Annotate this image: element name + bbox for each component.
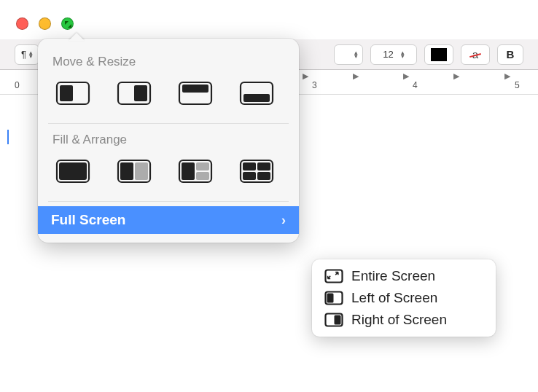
svg-rect-21 <box>257 172 270 180</box>
tile-bottom-button[interactable] <box>236 79 277 107</box>
entire-screen-icon <box>324 268 344 284</box>
svg-rect-20 <box>243 172 256 180</box>
separator <box>48 201 289 202</box>
minimize-window-button[interactable] <box>39 17 51 30</box>
window-tile-popover: Move & Resize Fill & Arrange Full Scr <box>38 39 299 243</box>
ruler-number: 4 <box>413 80 418 90</box>
color-swatch-icon <box>431 48 447 61</box>
svg-rect-1 <box>60 85 73 101</box>
full-screen-label: Full Screen <box>51 212 125 228</box>
paragraph-style-button[interactable]: ¶ ▴▾ <box>15 44 39 65</box>
window-traffic-lights <box>16 17 74 30</box>
fill-full-button[interactable] <box>52 157 93 185</box>
font-size-field[interactable]: 12 ▴▾ <box>370 44 417 65</box>
move-resize-row <box>38 77 299 119</box>
ruler-marker-icon[interactable]: ▶ <box>403 71 409 81</box>
tile-right-button[interactable] <box>114 79 155 107</box>
svg-rect-7 <box>243 94 270 102</box>
chevron-right-icon: › <box>281 213 286 228</box>
separator <box>48 123 289 124</box>
full-screen-menu-item[interactable]: Full Screen › <box>38 206 299 234</box>
fill-left-quarters-button[interactable] <box>175 157 216 185</box>
svg-rect-16 <box>196 172 209 180</box>
svg-rect-18 <box>243 162 256 170</box>
full-screen-submenu: Entire Screen Left of Screen Right of Sc… <box>312 259 496 337</box>
ruler-marker-icon[interactable]: ▶ <box>353 71 359 81</box>
popover-arrow <box>69 33 85 41</box>
font-family-button[interactable]: ▴▾ <box>334 44 363 65</box>
svg-rect-11 <box>120 162 133 180</box>
svg-rect-9 <box>59 162 87 180</box>
strikethrough-icon: a <box>472 48 478 60</box>
fill-arrange-row <box>38 154 299 197</box>
pilcrow-icon: ¶ <box>21 49 26 60</box>
fill-left-half-button[interactable] <box>114 157 155 185</box>
zoom-window-button[interactable] <box>61 17 74 30</box>
text-color-button[interactable] <box>424 44 453 65</box>
chevron-updown-icon: ▴▾ <box>29 51 33 58</box>
chevron-updown-icon: ▴▾ <box>401 51 405 58</box>
right-of-screen-icon <box>324 312 344 328</box>
font-size-value: 12 <box>383 49 393 60</box>
ruler-marker-icon[interactable]: ▶ <box>504 71 510 81</box>
svg-rect-12 <box>135 162 148 180</box>
svg-rect-3 <box>134 85 147 101</box>
left-of-screen-icon <box>324 290 344 306</box>
submenu-label: Entire Screen <box>351 268 435 284</box>
strikethrough-button[interactable]: a <box>461 44 490 65</box>
chevron-updown-icon: ▴▾ <box>354 51 358 58</box>
bold-icon: B <box>507 48 515 60</box>
bold-button[interactable]: B <box>497 44 523 65</box>
svg-rect-24 <box>327 294 334 303</box>
entire-screen-item[interactable]: Entire Screen <box>316 265 491 287</box>
fill-quarters-button[interactable] <box>236 157 277 185</box>
svg-rect-15 <box>196 162 209 170</box>
move-resize-heading: Move & Resize <box>38 50 299 77</box>
ruler-marker-icon[interactable]: ▶ <box>453 71 459 81</box>
left-of-screen-item[interactable]: Left of Screen <box>316 287 491 309</box>
svg-rect-5 <box>182 85 208 93</box>
ruler-number: 0 <box>15 80 20 90</box>
close-window-button[interactable] <box>16 17 28 30</box>
tile-top-button[interactable] <box>175 79 216 107</box>
right-of-screen-item[interactable]: Right of Screen <box>316 309 491 331</box>
text-cursor <box>7 130 9 144</box>
ruler-marker-icon[interactable]: ▶ <box>303 71 308 81</box>
submenu-label: Left of Screen <box>351 290 437 306</box>
fill-arrange-heading: Fill & Arrange <box>38 128 299 154</box>
ruler-number: 3 <box>312 80 317 90</box>
ruler-number: 5 <box>515 80 520 90</box>
svg-rect-19 <box>257 162 270 170</box>
tile-left-button[interactable] <box>52 79 93 107</box>
svg-rect-14 <box>182 162 195 180</box>
submenu-label: Right of Screen <box>351 312 447 328</box>
svg-rect-26 <box>335 315 341 325</box>
